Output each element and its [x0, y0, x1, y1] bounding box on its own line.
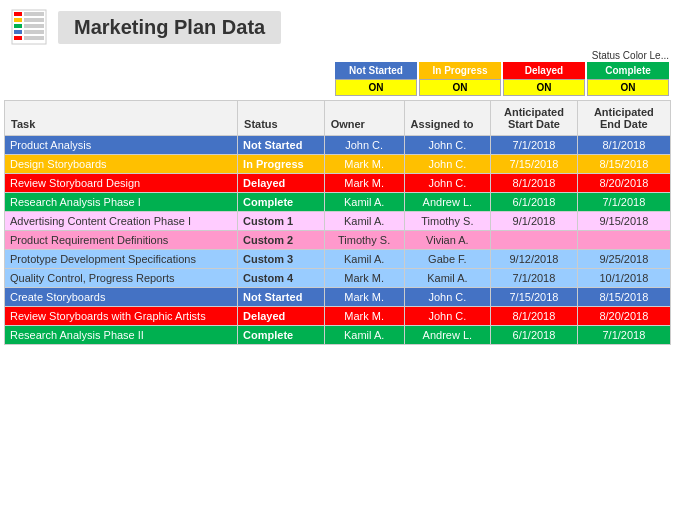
col-status: Status — [238, 101, 325, 136]
svg-rect-3 — [14, 18, 22, 22]
table-row: Review Storyboards with Graphic ArtistsD… — [5, 307, 671, 326]
legend-item-delayed: Delayed ON — [503, 62, 585, 96]
svg-rect-4 — [24, 18, 44, 22]
col-owner: Owner — [324, 101, 404, 136]
svg-rect-6 — [24, 24, 44, 28]
svg-rect-1 — [14, 12, 22, 16]
svg-rect-8 — [24, 30, 44, 34]
svg-rect-9 — [14, 36, 22, 40]
legend-item-in-progress: In Progress ON — [419, 62, 501, 96]
main-table-container: Task Status Owner Assigned to Anticipate… — [0, 98, 675, 345]
svg-rect-2 — [24, 12, 44, 16]
table-row: Advertising Content Creation Phase ICust… — [5, 212, 671, 231]
header: Marketing Plan Data — [0, 0, 675, 50]
svg-rect-7 — [14, 30, 22, 34]
table-row: Create StoryboardsNot StartedMark M.John… — [5, 288, 671, 307]
table-row: Design StoryboardsIn ProgressMark M.John… — [5, 155, 671, 174]
legend-item-complete: Complete ON — [587, 62, 669, 96]
legend-area: Status Color Le... Not Started ON In Pro… — [0, 50, 675, 98]
data-table: Task Status Owner Assigned to Anticipate… — [4, 100, 671, 345]
legend-item-not-started: Not Started ON — [335, 62, 417, 96]
table-row: Prototype Development SpecificationsCust… — [5, 250, 671, 269]
col-start: Anticipated Start Date — [491, 101, 578, 136]
legend-items: Not Started ON In Progress ON Delayed ON… — [334, 62, 669, 96]
table-row: Review Storyboard DesignDelayedMark M.Jo… — [5, 174, 671, 193]
table-row: Product Requirement DefinitionsCustom 2T… — [5, 231, 671, 250]
table-row: Research Analysis Phase ICompleteKamil A… — [5, 193, 671, 212]
table-row: Research Analysis Phase IICompleteKamil … — [5, 326, 671, 345]
header-icon — [10, 8, 48, 46]
table-row: Quality Control, Progress ReportsCustom … — [5, 269, 671, 288]
table-row: Product AnalysisNot StartedJohn C.John C… — [5, 136, 671, 155]
col-assigned: Assigned to — [404, 101, 491, 136]
col-task: Task — [5, 101, 238, 136]
col-end: Anticipated End Date — [577, 101, 670, 136]
table-header-row: Task Status Owner Assigned to Anticipate… — [5, 101, 671, 136]
svg-rect-10 — [24, 36, 44, 40]
page-title: Marketing Plan Data — [58, 11, 281, 44]
svg-rect-5 — [14, 24, 22, 28]
legend-title: Status Color Le... — [592, 50, 669, 61]
